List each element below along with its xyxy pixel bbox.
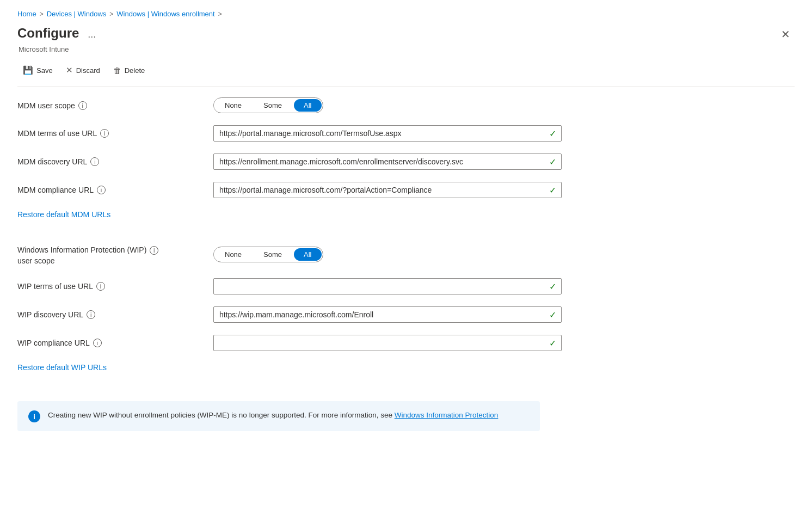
mdm-terms-url-input[interactable] xyxy=(213,125,562,142)
mdm-terms-url-text: MDM terms of use URL xyxy=(17,129,97,138)
breadcrumb-sep-3: > xyxy=(218,10,222,18)
wip-toggle-group: None Some All xyxy=(213,247,323,262)
mdm-terms-url-label: MDM terms of use URL i xyxy=(17,129,202,138)
wip-user-scope-label: Windows Information Protection (WIP)user… xyxy=(17,243,202,266)
wip-terms-url-check-icon: ✓ xyxy=(549,281,556,292)
discard-label: Discard xyxy=(76,66,100,75)
wip-discovery-url-info-icon[interactable]: i xyxy=(87,310,95,319)
wip-terms-url-control: ✓ xyxy=(213,278,562,294)
wip-compliance-url-label: WIP compliance URL i xyxy=(17,339,202,347)
mdm-compliance-url-check-icon: ✓ xyxy=(549,185,556,195)
mdm-discovery-url-input[interactable] xyxy=(213,154,562,170)
mdm-compliance-url-text: MDM compliance URL xyxy=(17,186,94,194)
breadcrumb: Home > Devices | Windows > Windows | Win… xyxy=(17,10,795,18)
breadcrumb-sep-1: > xyxy=(40,10,44,18)
wip-toggle-some[interactable]: Some xyxy=(253,248,293,261)
breadcrumb-windows-enrollment[interactable]: Windows | Windows enrollment xyxy=(116,10,214,18)
mdm-discovery-url-label: MDM discovery URL i xyxy=(17,157,202,166)
breadcrumb-devices-windows[interactable]: Devices | Windows xyxy=(47,10,107,18)
restore-mdm-urls-link[interactable]: Restore default MDM URLs xyxy=(17,210,110,219)
mdm-section: MDM user scope i None Some All MDM terms… xyxy=(17,97,795,237)
mdm-user-scope-label: MDM user scope i xyxy=(17,101,202,110)
mdm-discovery-url-check-icon: ✓ xyxy=(549,157,556,167)
mdm-terms-url-control: ✓ xyxy=(213,125,562,142)
delete-label: Delete xyxy=(125,66,145,75)
mdm-toggle-none[interactable]: None xyxy=(214,99,253,112)
mdm-compliance-url-info-icon[interactable]: i xyxy=(97,186,106,194)
mdm-discovery-url-control: ✓ xyxy=(213,154,562,170)
toolbar: 💾 Save ✕ Discard 🗑 Delete xyxy=(17,62,795,87)
wip-discovery-url-input[interactable] xyxy=(213,306,562,323)
mdm-user-scope-text: MDM user scope xyxy=(17,101,75,110)
mdm-compliance-url-control: ✓ xyxy=(213,182,562,198)
wip-compliance-url-input[interactable] xyxy=(213,335,562,351)
mdm-compliance-url-row: MDM compliance URL i ✓ xyxy=(17,182,795,198)
delete-icon: 🗑 xyxy=(113,66,121,75)
wip-compliance-url-info-icon[interactable]: i xyxy=(93,339,102,347)
page-title: Configure xyxy=(17,26,79,41)
restore-wip-urls-link[interactable]: Restore default WIP URLs xyxy=(17,363,107,372)
breadcrumb-home[interactable]: Home xyxy=(17,10,36,18)
mdm-toggle-group: None Some All xyxy=(213,97,323,113)
wip-discovery-url-control: ✓ xyxy=(213,306,562,323)
wip-user-scope-text: Windows Information Protection (WIP)user… xyxy=(17,245,146,266)
mdm-user-scope-row: MDM user scope i None Some All xyxy=(17,97,795,113)
ellipsis-button[interactable]: ... xyxy=(84,28,99,41)
wip-terms-url-input[interactable] xyxy=(213,278,562,294)
wip-compliance-url-row: WIP compliance URL i ✓ xyxy=(17,335,795,351)
wip-compliance-url-control: ✓ xyxy=(213,335,562,351)
wip-discovery-url-text: WIP discovery URL xyxy=(17,310,83,319)
header-row: Configure ... ✕ xyxy=(17,26,795,43)
close-button[interactable]: ✕ xyxy=(777,26,795,43)
wip-section: Windows Information Protection (WIP)user… xyxy=(17,243,795,390)
wip-discovery-url-label: WIP discovery URL i xyxy=(17,310,202,319)
info-box-text-before: Creating new WIP without enrollment poli… xyxy=(48,411,395,419)
mdm-terms-url-check-icon: ✓ xyxy=(549,128,556,139)
mdm-discovery-url-text: MDM discovery URL xyxy=(17,157,87,166)
discard-icon: ✕ xyxy=(66,65,73,75)
subtitle: Microsoft Intune xyxy=(19,45,795,53)
wip-discovery-url-check-icon: ✓ xyxy=(549,310,556,320)
close-icon: ✕ xyxy=(781,28,790,40)
delete-button[interactable]: 🗑 Delete xyxy=(108,63,151,78)
info-box: i Creating new WIP without enrollment po… xyxy=(17,401,540,431)
mdm-discovery-url-row: MDM discovery URL i ✓ xyxy=(17,154,795,170)
info-box-text: Creating new WIP without enrollment poli… xyxy=(48,410,498,421)
wip-user-scope-row: Windows Information Protection (WIP)user… xyxy=(17,243,795,266)
header-left: Configure ... xyxy=(17,26,99,41)
wip-terms-url-text: WIP terms of use URL xyxy=(17,282,93,291)
mdm-toggle-some[interactable]: Some xyxy=(253,99,293,112)
breadcrumb-sep-2: > xyxy=(109,10,113,18)
page-container: Home > Devices | Windows > Windows | Win… xyxy=(0,0,812,528)
wip-terms-url-label: WIP terms of use URL i xyxy=(17,282,202,291)
wip-user-scope-control: None Some All xyxy=(213,247,562,262)
mdm-compliance-url-input[interactable] xyxy=(213,182,562,198)
wip-discovery-url-row: WIP discovery URL i ✓ xyxy=(17,306,795,323)
save-icon: 💾 xyxy=(23,65,33,75)
mdm-discovery-url-info-icon[interactable]: i xyxy=(90,157,99,166)
info-box-link[interactable]: Windows Information Protection xyxy=(395,411,499,419)
ellipsis-icon: ... xyxy=(88,29,96,40)
wip-terms-url-row: WIP terms of use URL i ✓ xyxy=(17,278,795,294)
wip-user-scope-info-icon[interactable]: i xyxy=(150,246,158,255)
wip-compliance-url-check-icon: ✓ xyxy=(549,338,556,348)
mdm-terms-url-info-icon[interactable]: i xyxy=(100,129,109,138)
wip-toggle-all[interactable]: All xyxy=(294,248,321,261)
wip-toggle-none[interactable]: None xyxy=(214,248,253,261)
save-label: Save xyxy=(36,66,53,75)
mdm-terms-url-row: MDM terms of use URL i ✓ xyxy=(17,125,795,142)
wip-compliance-url-text: WIP compliance URL xyxy=(17,339,90,347)
mdm-user-scope-info-icon[interactable]: i xyxy=(78,101,87,110)
mdm-compliance-url-label: MDM compliance URL i xyxy=(17,186,202,194)
info-box-icon: i xyxy=(28,410,40,422)
wip-terms-url-info-icon[interactable]: i xyxy=(96,282,105,291)
discard-button[interactable]: ✕ Discard xyxy=(60,62,106,78)
mdm-toggle-all[interactable]: All xyxy=(294,99,321,112)
mdm-user-scope-control: None Some All xyxy=(213,97,562,113)
save-button[interactable]: 💾 Save xyxy=(17,62,58,78)
